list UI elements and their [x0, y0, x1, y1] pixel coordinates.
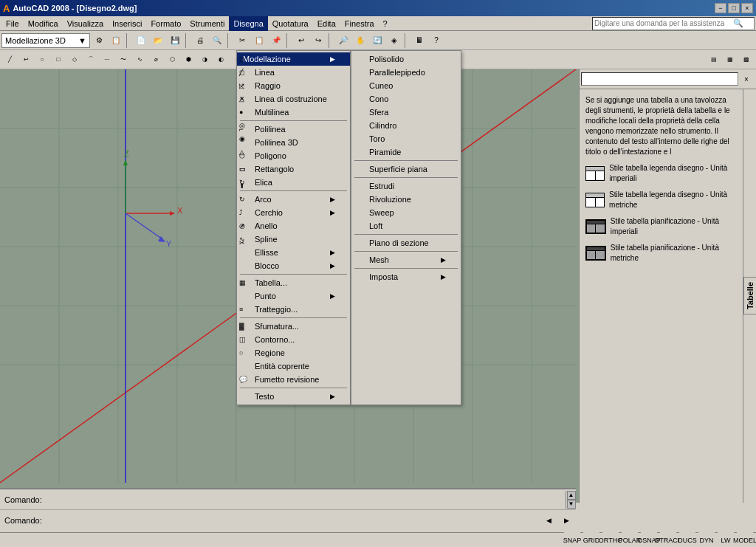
scroll-thumb-up[interactable]: ▲: [567, 491, 576, 500]
tb2-btn-2[interactable]: ↩: [18, 52, 34, 68]
sub-piano-sezione[interactable]: ✂ Piano di sezione: [351, 236, 461, 250]
sub-superficie-piana[interactable]: ▭ Superficie piana: [351, 162, 461, 176]
sub-sfera[interactable]: ● Sfera: [351, 106, 461, 119]
menu-raggio[interactable]: ↗ Raggio: [237, 79, 350, 92]
search-box[interactable]: 🔍: [592, 17, 755, 30]
toolbar-btn-zoom[interactable]: 🔎: [335, 32, 351, 49]
tb2-btn-6[interactable]: ⌒: [83, 52, 99, 68]
toolbar-btn-1[interactable]: ⚙: [91, 32, 107, 49]
tb2-btn-5[interactable]: ◇: [66, 52, 83, 68]
menu-arco[interactable]: Arco ▶: [237, 193, 350, 206]
status-lw[interactable]: LW: [718, 532, 734, 548]
tb2-extra-1[interactable]: ▤: [706, 52, 722, 68]
command-input-2[interactable]: [59, 516, 540, 525]
status-dyn[interactable]: DYN: [698, 532, 715, 548]
menu-poligono[interactable]: ⬡ Poligono: [237, 149, 350, 162]
menu-edita[interactable]: Edita: [313, 16, 340, 31]
tb2-btn-4[interactable]: □: [50, 52, 66, 68]
menu-sfumatura[interactable]: ▓ Sfumatura...: [237, 320, 350, 333]
table-style-3[interactable]: Stile tabella pianificazione - Unità imp…: [585, 216, 737, 237]
table-style-2[interactable]: Stile tabella legenda disegno - Unità me…: [585, 190, 737, 210]
menu-regione[interactable]: ○ Regione: [237, 346, 350, 359]
menu-punto[interactable]: Punto ▶: [237, 289, 350, 303]
status-otrack[interactable]: OTRACK: [660, 532, 676, 548]
sub-imposta[interactable]: Imposta ▶: [351, 270, 461, 283]
sub-cuneo[interactable]: ◺ Cuneo: [351, 79, 461, 92]
toolbar-btn-save[interactable]: 💾: [167, 32, 183, 49]
menu-spline[interactable]: ∿ Spline: [237, 233, 350, 246]
sub-rivoluzione[interactable]: ↻ Rivoluzione: [351, 193, 461, 206]
minimize-button[interactable]: −: [715, 3, 726, 13]
toolbar-btn-2[interactable]: 📋: [108, 32, 124, 49]
search-input[interactable]: [593, 19, 733, 27]
toolbar-btn-copy[interactable]: 📋: [251, 32, 267, 49]
tb2-btn-14[interactable]: ◐: [213, 52, 229, 68]
close-button[interactable]: ×: [741, 3, 753, 13]
tb2-btn-12[interactable]: ⬢: [180, 52, 196, 68]
cmd-btn-left[interactable]: ◀: [540, 512, 557, 529]
tb2-btn-11[interactable]: ⬡: [164, 52, 180, 68]
menu-contorno[interactable]: ◫ Contorno...: [237, 333, 350, 346]
menu-linea-costruzione[interactable]: ✕ Linea di costruzione: [237, 92, 350, 106]
toolbar-btn-new[interactable]: 📄: [133, 32, 149, 49]
menu-strumenti[interactable]: Strumenti: [185, 16, 229, 31]
menu-quotatura[interactable]: Quotatura: [268, 16, 313, 31]
menu-fumetto[interactable]: 💬 Fumetto revisione: [237, 373, 350, 386]
menu-file[interactable]: File: [1, 16, 24, 31]
menu-rettangolo[interactable]: ▭ Rettangolo: [237, 162, 350, 176]
menu-visualizza[interactable]: Visualizza: [63, 16, 108, 31]
toolbar-btn-open[interactable]: 📂: [150, 32, 166, 49]
menu-entita[interactable]: Entità coprente: [237, 359, 350, 373]
scroll-thumb-down[interactable]: ▼: [567, 500, 576, 509]
menu-modifica[interactable]: Modifica: [24, 16, 63, 31]
status-polar[interactable]: POLAR: [622, 532, 638, 548]
status-snap[interactable]: SNAP: [564, 532, 580, 548]
sub-cono[interactable]: △ Cono: [351, 92, 461, 106]
tb2-btn-3[interactable]: ○: [34, 52, 50, 68]
cmd-btn-right[interactable]: ▶: [558, 512, 574, 529]
status-model[interactable]: MODEL: [737, 532, 753, 548]
status-grid[interactable]: GRID: [583, 532, 599, 548]
menu-tabella[interactable]: ▦ Tabella...: [237, 276, 350, 289]
menu-linea[interactable]: ╱ Linea: [237, 66, 350, 79]
menu-polilinea3d[interactable]: Polilinea 3D: [237, 136, 350, 149]
toolbar-btn-calc[interactable]: 🖩: [411, 32, 427, 49]
sub-parallelepipedo[interactable]: ◻ Parallelepipedo: [351, 66, 461, 79]
tb2-btn-1[interactable]: ╱: [1, 52, 18, 68]
tb2-btn-13[interactable]: ◑: [196, 52, 213, 68]
sub-mesh[interactable]: Mesh ▶: [351, 253, 461, 266]
table-style-4[interactable]: Stile tabella pianificazione - Unità met…: [585, 243, 737, 264]
tb2-btn-8[interactable]: 〜: [115, 52, 131, 68]
toolbar-btn-paste[interactable]: 📌: [268, 32, 284, 49]
menu-testo[interactable]: Testo ▶: [237, 390, 350, 403]
workspace-dropdown[interactable]: Modellazione 3D ▼: [1, 33, 90, 48]
toolbar-btn-redo[interactable]: ↪: [310, 32, 326, 49]
toolbar-btn-cut[interactable]: ✂: [234, 32, 250, 49]
menu-finestra[interactable]: Finestra: [340, 16, 379, 31]
menu-disegna[interactable]: Disegna: [229, 16, 267, 31]
toolbar-btn-shade[interactable]: ◈: [386, 32, 402, 49]
tb2-btn-7[interactable]: ⋯: [99, 52, 115, 68]
menu-modellazione[interactable]: Modellazione ▶: [237, 52, 350, 66]
sub-cilindro[interactable]: ◎ Cilindro: [351, 119, 461, 132]
toolbar-btn-pan[interactable]: ✋: [352, 32, 368, 49]
sub-loft[interactable]: ↗ Loft: [351, 219, 461, 233]
menu-inserisci[interactable]: Inserisci: [108, 16, 146, 31]
menu-elica[interactable]: ↻ Elica: [237, 176, 350, 189]
menu-help[interactable]: ?: [379, 16, 392, 31]
toolbar-btn-orbit[interactable]: 🔄: [369, 32, 385, 49]
sub-sweep[interactable]: ⤴ Sweep: [351, 206, 461, 219]
sub-estrudi[interactable]: ⬆ Estrudi: [351, 179, 461, 193]
toolbar-btn-print[interactable]: 🖨: [192, 32, 208, 49]
menu-ellisse[interactable]: Ellisse ▶: [237, 246, 350, 259]
table-style-1[interactable]: Stile tabella legenda disegno - Unità im…: [585, 163, 737, 184]
sub-toro[interactable]: ◉ Toro: [351, 132, 461, 145]
menu-anello[interactable]: ◎ Anello: [237, 219, 350, 233]
tb2-extra-3[interactable]: ▩: [738, 52, 755, 68]
right-panel-search[interactable]: [581, 72, 738, 86]
menu-formato[interactable]: Formato: [146, 16, 185, 31]
menu-tratteggio[interactable]: ≡ Tratteggio...: [237, 303, 350, 316]
menu-multilinea[interactable]: Multilinea: [237, 106, 350, 119]
tb2-btn-10[interactable]: ⌀: [148, 52, 164, 68]
tabelle-tab[interactable]: Tabelle: [743, 277, 757, 314]
